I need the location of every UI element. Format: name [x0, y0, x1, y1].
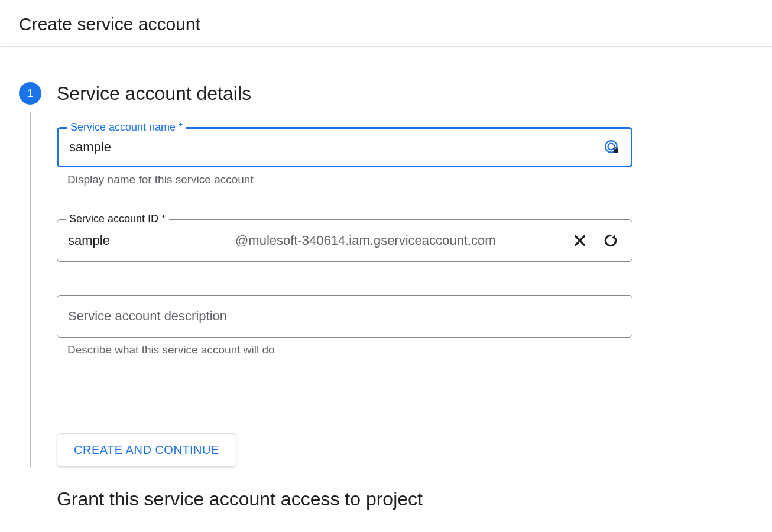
service-account-id-group: Service account ID * @mulesoft-340614.ia… — [57, 219, 632, 262]
step-connector — [19, 105, 41, 467]
step-2-title: Grant this service account access to pro… — [19, 488, 753, 510]
step-1-badge: 1 — [19, 82, 41, 105]
service-account-id-label: Service account ID * — [66, 213, 169, 225]
step-1-header: 1 Service account details — [19, 82, 753, 105]
create-and-continue-button[interactable]: Create and Continue — [57, 433, 236, 467]
page-header: Create service account — [0, 0, 772, 47]
step-1-body-wrapper: Service account name * Display name for … — [19, 105, 753, 467]
password-manager-indicator-icon[interactable] — [604, 139, 620, 155]
close-icon — [572, 233, 588, 248]
service-account-name-outline[interactable]: Service account name * — [57, 127, 632, 167]
step-connector-line — [30, 112, 31, 467]
page-title: Create service account — [19, 14, 753, 34]
step-1-body: Service account name * Display name for … — [41, 105, 632, 467]
service-account-name-group: Service account name * Display name for … — [57, 127, 632, 186]
clear-id-button[interactable] — [567, 228, 593, 254]
service-account-description-input[interactable] — [57, 296, 632, 337]
regenerate-id-button[interactable] — [598, 228, 624, 254]
service-account-id-outline[interactable]: Service account ID * @mulesoft-340614.ia… — [57, 219, 632, 262]
content-area: 1 Service account details Service accoun… — [0, 47, 772, 510]
service-account-id-domain: @mulesoft-340614.iam.gserviceaccount.com — [235, 233, 562, 248]
service-account-description-group: Describe what this service account will … — [57, 295, 632, 356]
refresh-icon — [603, 233, 618, 248]
service-account-description-helper: Describe what this service account will … — [57, 338, 632, 356]
service-account-description-outline[interactable] — [57, 295, 632, 338]
svg-point-1 — [608, 144, 615, 150]
service-account-id-input[interactable] — [68, 233, 231, 248]
service-account-name-helper: Display name for this service account — [57, 167, 632, 186]
service-account-name-input[interactable] — [59, 129, 631, 166]
service-account-name-label: Service account name * — [67, 121, 186, 134]
step-1-title: Service account details — [57, 83, 251, 105]
